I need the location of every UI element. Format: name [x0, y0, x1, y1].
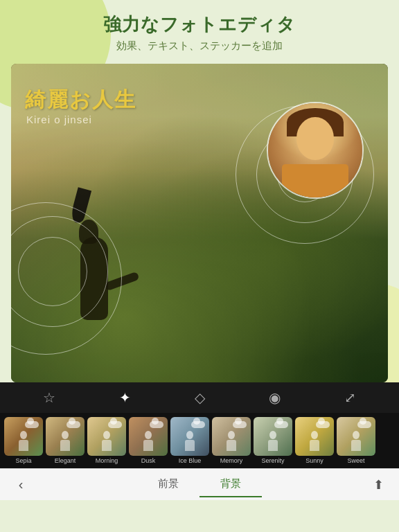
filter-thumb-sepia: [4, 417, 43, 456]
back-button[interactable]: ‹: [0, 477, 42, 493]
portrait-face: [296, 117, 334, 159]
portrait-clothes: [282, 164, 348, 197]
filter-label-sweet: Sweet: [347, 457, 364, 464]
person-silhouette: [66, 181, 150, 320]
filter-thumb-iceblue: [170, 417, 209, 456]
editor-toolbar: ☆ ✦ ◇ ◉ ⤢: [0, 382, 399, 413]
filter-morning[interactable]: Morning: [87, 417, 126, 464]
figure-hair: [69, 187, 91, 224]
filter-serenity[interactable]: Serenity: [254, 417, 292, 464]
filter-sunny[interactable]: Sunny: [295, 417, 334, 464]
back-icon: ‹: [19, 477, 24, 493]
filter-label-sepia: Sepia: [15, 457, 31, 464]
portrait-circle[interactable]: [267, 102, 364, 199]
photo-main-text[interactable]: 綺麗お人生: [25, 86, 136, 114]
filter-thumb-dusk: [129, 417, 168, 456]
effects-icon[interactable]: ✦: [119, 389, 131, 406]
photo-editor-canvas[interactable]: 綺麗お人生 Kirei o jinsei: [11, 64, 388, 382]
filter-label-iceblue: Ice Blue: [179, 457, 202, 464]
portrait-image: [268, 103, 362, 197]
app-title: 強力なフォトエディタ: [14, 12, 385, 37]
bottom-navigation: ‹ 前景 背景 ⬆: [0, 468, 399, 500]
filter-thumb-elegant: [46, 417, 85, 456]
expand-icon[interactable]: ⤢: [344, 389, 356, 406]
filter-sweet[interactable]: Sweet: [337, 417, 375, 464]
filter-label-sunny: Sunny: [305, 457, 323, 464]
filter-thumb-sunny: [295, 417, 334, 456]
filter-thumb-morning: [87, 417, 126, 456]
share-icon: ⬆: [373, 477, 384, 493]
app-subtitle: 効果、テキスト、ステッカーを追加: [14, 39, 385, 53]
filter-label-serenity: Serenity: [261, 457, 284, 464]
filter-dusk[interactable]: Dusk: [129, 417, 168, 464]
filter-memory[interactable]: Memory: [212, 417, 251, 464]
filter-thumb-memory: [212, 417, 251, 456]
filter-iceblue[interactable]: Ice Blue: [170, 417, 209, 464]
star-icon[interactable]: ☆: [43, 389, 55, 406]
share-button[interactable]: ⬆: [357, 477, 399, 493]
filter-label-elegant: Elegant: [55, 457, 76, 464]
figure-body: [80, 237, 108, 320]
tab-background[interactable]: 背景: [200, 472, 262, 497]
sticker-icon[interactable]: ◇: [195, 389, 205, 406]
figure-arm: [104, 272, 139, 291]
tab-foreground[interactable]: 前景: [137, 472, 200, 497]
filter-sepia[interactable]: Sepia: [4, 417, 43, 464]
nav-tabs: 前景 背景: [42, 472, 357, 497]
filter-label-dusk: Dusk: [141, 457, 156, 464]
filter-thumb-sweet: [337, 417, 375, 456]
filter-label-morning: Morning: [96, 457, 118, 464]
filter-thumb-serenity: [254, 417, 292, 456]
water-icon[interactable]: ◉: [269, 389, 281, 406]
header: 強力なフォトエディタ 効果、テキスト、ステッカーを追加: [0, 0, 399, 58]
photo-sub-text[interactable]: Kirei o jinsei: [26, 114, 92, 125]
filter-label-memory: Memory: [220, 457, 243, 464]
filter-elegant[interactable]: Elegant: [46, 417, 85, 464]
filter-strip[interactable]: SepiaElegantMorningDuskIce BlueMemorySer…: [0, 413, 399, 468]
